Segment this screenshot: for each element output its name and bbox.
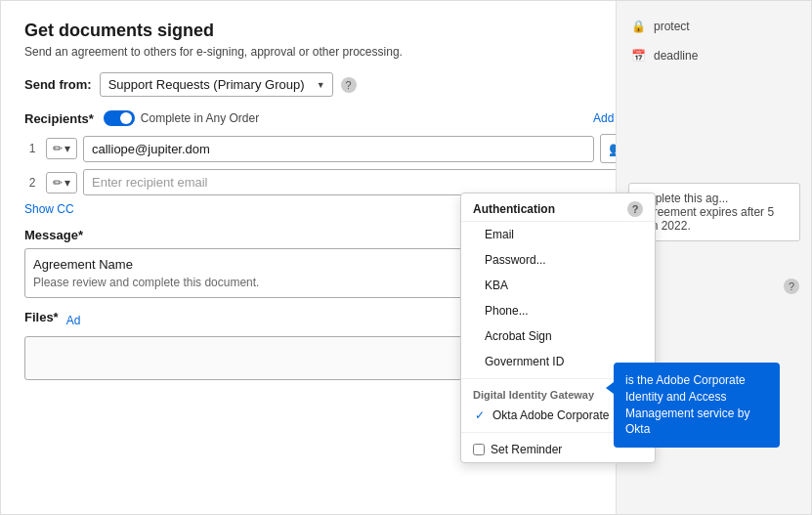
complete-in-order-label: Complete in Any Order (141, 111, 259, 125)
send-from-wrapper: Support Requests (Primary Group) (100, 72, 333, 97)
help-icon-dropdown[interactable]: ? (627, 201, 643, 217)
chevron-icon-2: ▾ (64, 176, 70, 190)
auth-kba[interactable]: KBA (461, 273, 655, 298)
chevron-icon-1: ▾ (64, 142, 70, 155)
side-content-text: omplete this ag...Agreement expires afte… (639, 192, 790, 233)
protect-icon: 🔒 (628, 17, 648, 36)
recipients-left: Recipients* Complete in Any Order (24, 110, 259, 126)
email-input-1[interactable] (83, 136, 594, 162)
message-title: Agreement Name (33, 257, 465, 272)
signer-type-1[interactable]: ✏ ▾ (46, 138, 77, 159)
files-area[interactable] (24, 336, 474, 380)
recipient-num-2: 2 (24, 176, 40, 190)
message-box: Agreement Name Please review and complet… (24, 248, 474, 298)
tooltip-text: is the Adobe Corporate Identity and Acce… (625, 373, 749, 436)
set-reminder-label: Set Reminder (491, 443, 562, 456)
protect-label: protect (654, 20, 690, 33)
toggle-wrapper: Complete in Any Order (104, 110, 259, 126)
signer-type-2[interactable]: ✏ ▾ (46, 172, 77, 193)
message-body: Please review and complete this document… (33, 276, 465, 289)
side-deadline-item: 📅 deadline (628, 46, 799, 65)
deadline-label: deadline (654, 49, 698, 63)
recipient-num-1: 1 (24, 142, 40, 155)
auth-phone[interactable]: Phone... (461, 298, 655, 323)
files-label: Files* (24, 310, 59, 324)
send-from-select[interactable]: Support Requests (Primary Group) (100, 72, 333, 97)
signer-icon: ✏ (53, 142, 63, 155)
side-protect-item: 🔒 protect (628, 17, 799, 36)
auth-email[interactable]: Email (461, 222, 655, 247)
auth-acrobat[interactable]: Acrobat Sign (461, 323, 655, 349)
help-icon-send-from[interactable]: ? (341, 77, 357, 93)
deadline-icon: 📅 (628, 46, 648, 65)
tooltip-box: is the Adobe Corporate Identity and Acce… (614, 363, 780, 448)
main-container: Get documents signed Send an agreement t… (0, 0, 812, 515)
complete-in-order-toggle[interactable] (104, 110, 135, 126)
side-help-icon[interactable]: ? (784, 279, 799, 294)
set-reminder-checkbox[interactable] (473, 444, 485, 455)
recipients-label: Recipients* (24, 111, 94, 126)
signer-icon-2: ✏ (53, 176, 63, 190)
send-from-label: Send from: (24, 77, 92, 92)
dropdown-auth-header: Authentication ? (461, 193, 655, 222)
show-cc-link[interactable]: Show CC (24, 202, 74, 216)
auth-password[interactable]: Password... (461, 247, 655, 273)
add-files-link[interactable]: Ad (66, 314, 81, 327)
